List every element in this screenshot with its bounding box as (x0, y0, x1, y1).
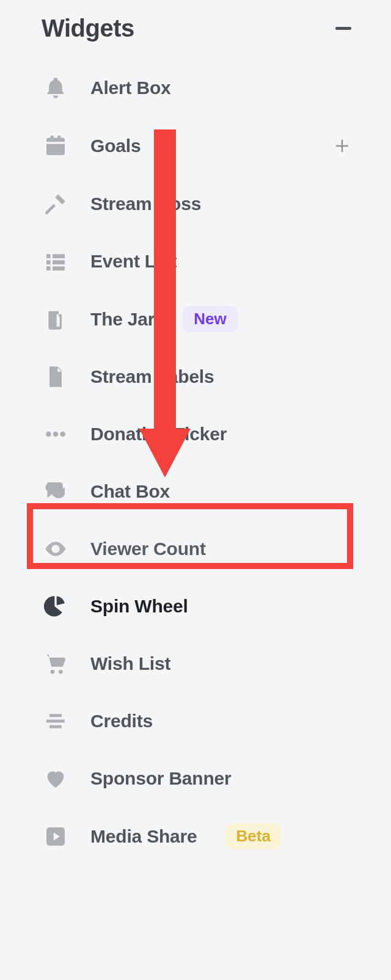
heart-icon (43, 766, 68, 791)
bell-icon (43, 75, 68, 101)
widget-item-chat-box[interactable]: Chat Box (42, 463, 357, 520)
widget-item-viewer-count[interactable]: Viewer Count (42, 520, 357, 578)
panel-title: Widgets (42, 15, 134, 42)
widget-item-wish-list[interactable]: Wish List (42, 635, 357, 692)
new-badge: New (183, 306, 237, 332)
widget-label: Sponsor Banner (90, 768, 232, 789)
widget-item-spin-wheel[interactable]: Spin Wheel (42, 578, 357, 635)
calendar-icon (43, 133, 68, 159)
panel-header: Widgets (42, 15, 357, 42)
svg-point-5 (51, 670, 55, 674)
svg-rect-9 (49, 725, 62, 728)
add-goal-button[interactable] (329, 132, 356, 159)
chat-icon (43, 479, 68, 504)
widget-label: Chat Box (90, 481, 170, 502)
eye-icon (43, 536, 68, 562)
widget-item-stream-boss[interactable]: Stream Boss (42, 175, 357, 233)
widget-item-sponsor-banner[interactable]: Sponsor Banner (42, 750, 357, 807)
play-icon (43, 824, 68, 849)
svg-point-0 (46, 432, 51, 437)
svg-point-2 (60, 432, 65, 437)
svg-rect-7 (49, 714, 62, 717)
widget-label: Media Share (90, 826, 197, 847)
widget-label: Donation Ticker (90, 424, 227, 445)
widget-list: Alert Box Goals Stream Boss Event List (42, 59, 357, 865)
ellipsis-icon (43, 421, 68, 447)
widget-item-media-share[interactable]: Media Share Beta (42, 807, 357, 865)
svg-rect-8 (46, 720, 65, 723)
widget-label: Goals (90, 136, 141, 156)
list-icon (43, 249, 68, 274)
widget-item-event-list[interactable]: Event List (42, 233, 357, 290)
widget-label: Alert Box (90, 78, 171, 98)
widget-label: Event List (90, 251, 177, 272)
widget-item-goals[interactable]: Goals (42, 117, 357, 175)
svg-point-6 (59, 670, 63, 674)
jar-icon (43, 307, 68, 332)
widget-label: Credits (90, 711, 153, 731)
widget-label: Stream Boss (90, 194, 201, 214)
cart-icon (43, 651, 68, 677)
svg-point-1 (53, 432, 59, 437)
beta-badge: Beta (225, 823, 282, 849)
widget-item-the-jar[interactable]: The Jar New (42, 290, 357, 348)
gavel-icon (43, 191, 68, 217)
widget-label: Stream Labels (90, 366, 214, 387)
widget-item-donation-ticker[interactable]: Donation Ticker (42, 405, 357, 463)
widget-label: Wish List (90, 653, 170, 674)
align-center-icon (43, 708, 68, 734)
file-icon (43, 364, 68, 390)
minus-icon (335, 27, 351, 30)
widget-label: Viewer Count (90, 539, 206, 559)
widget-label: Spin Wheel (90, 596, 188, 617)
widget-item-credits[interactable]: Credits (42, 692, 357, 750)
widgets-panel: Widgets Alert Box Goals Stream Boss (0, 0, 391, 890)
svg-point-4 (53, 489, 65, 498)
collapse-button[interactable] (330, 15, 357, 42)
widget-item-alert-box[interactable]: Alert Box (42, 59, 357, 117)
widget-item-stream-labels[interactable]: Stream Labels (42, 348, 357, 405)
widget-label: The Jar (90, 309, 155, 330)
pie-chart-icon (43, 593, 68, 619)
